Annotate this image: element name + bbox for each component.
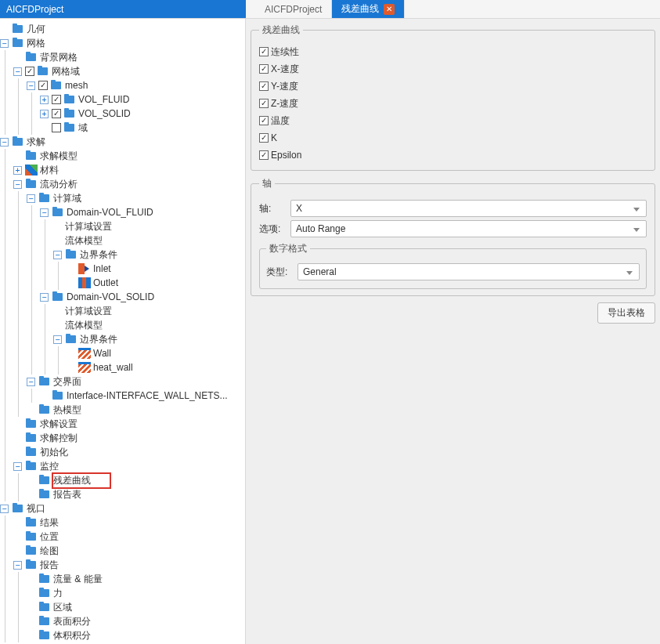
tree-node[interactable]: −Domain-VOL_FLUID: [0, 205, 245, 219]
curve-checkbox-row[interactable]: ✓X-速度: [259, 60, 647, 78]
curve-checkbox-row[interactable]: ✓连续性: [259, 43, 647, 60]
project-title-tab[interactable]: AICFDProject: [0, 0, 246, 18]
axis-dropdown[interactable]: X: [290, 200, 647, 217]
collapse-icon[interactable]: −: [13, 462, 22, 471]
type-value: General: [303, 266, 337, 277]
collapse-icon[interactable]: −: [27, 194, 35, 203]
tree-node[interactable]: −Domain-VOL_SOLID: [0, 290, 245, 304]
tab-document-1[interactable]: AICFDProject: [255, 0, 332, 18]
tree-node-label: 网格: [27, 37, 45, 50]
checkbox-icon[interactable]: ✓: [38, 81, 48, 90]
toggle-spacer: [40, 124, 49, 132]
tree-node[interactable]: 流体模型: [0, 233, 245, 248]
tree-node[interactable]: 区域: [0, 600, 245, 614]
checkbox-icon[interactable]: ✓: [259, 99, 269, 108]
tree-node[interactable]: +✓VOL_SOLID: [0, 107, 245, 121]
tree-node[interactable]: −✓网格域: [0, 64, 245, 78]
tree-node[interactable]: 求解模型: [0, 149, 245, 163]
tree-node[interactable]: +材料: [0, 163, 245, 177]
tree-node-label: 求解控制: [40, 432, 78, 445]
tree-node[interactable]: −监控: [0, 459, 245, 473]
option-dropdown[interactable]: Auto Range: [290, 220, 647, 237]
tree-node[interactable]: −边界条件: [0, 332, 245, 346]
collapse-icon[interactable]: −: [13, 561, 22, 570]
checkbox-icon[interactable]: ✓: [259, 47, 269, 56]
tree-node[interactable]: 计算域设置: [0, 219, 245, 233]
collapse-icon[interactable]: −: [0, 138, 9, 147]
tree-node[interactable]: −求解: [0, 135, 245, 149]
tree-node[interactable]: 域: [0, 121, 245, 135]
type-dropdown[interactable]: General: [298, 263, 640, 280]
tree-node[interactable]: 结果: [0, 516, 245, 530]
tree-node[interactable]: 初始化: [0, 445, 245, 459]
tree-node[interactable]: −计算域: [0, 191, 245, 205]
collapse-icon[interactable]: −: [27, 378, 35, 386]
collapse-icon[interactable]: −: [53, 335, 62, 344]
tab-residual-curve[interactable]: 残差曲线 ✕: [332, 0, 405, 18]
folder-icon: [38, 376, 51, 387]
checkbox-icon[interactable]: ✓: [259, 81, 269, 91]
folder-icon: [50, 80, 63, 91]
tree-node[interactable]: Wall: [0, 346, 245, 360]
tree-node[interactable]: Interface-INTERFACE_WALL_NETS...: [0, 389, 245, 403]
tree-node[interactable]: 流体模型: [0, 318, 245, 332]
tree-node[interactable]: 绘图: [0, 544, 245, 558]
curve-checkbox-row[interactable]: ✓Epsilon: [259, 147, 647, 164]
tree-node[interactable]: 表面积分: [0, 614, 245, 628]
checkbox-icon[interactable]: ✓: [259, 64, 269, 74]
tree-node[interactable]: −流动分析: [0, 177, 245, 191]
tree-node[interactable]: 求解控制: [0, 431, 245, 445]
checkbox-icon[interactable]: ✓: [52, 95, 61, 104]
collapse-icon[interactable]: −: [27, 81, 35, 90]
tree-node[interactable]: −报告: [0, 558, 245, 572]
curve-checkbox-row[interactable]: ✓Z-速度: [259, 95, 647, 112]
tree-node[interactable]: Outlet: [0, 276, 245, 290]
tree-node[interactable]: 背景网格: [0, 50, 245, 64]
tree-node[interactable]: +✓VOL_FLUID: [0, 92, 245, 107]
close-icon[interactable]: ✕: [384, 4, 395, 15]
tree-node-label: 流体模型: [65, 234, 103, 248]
checkbox-icon[interactable]: ✓: [259, 133, 269, 143]
curve-checkbox-row[interactable]: ✓温度: [259, 112, 647, 129]
expand-icon[interactable]: +: [40, 110, 49, 118]
toggle-spacer: [53, 223, 62, 231]
tree-node[interactable]: −✓mesh: [0, 78, 245, 92]
expand-icon[interactable]: +: [40, 96, 49, 104]
tree-node[interactable]: 求解设置: [0, 417, 245, 431]
checkbox-icon[interactable]: ✓: [25, 67, 34, 76]
tree-node[interactable]: 流量 & 能量: [0, 572, 245, 586]
collapse-icon[interactable]: −: [0, 505, 9, 513]
checkbox-icon[interactable]: ✓: [259, 116, 269, 125]
curve-checkbox-row[interactable]: ✓Y-速度: [259, 78, 647, 95]
collapse-icon[interactable]: −: [0, 39, 9, 48]
export-table-button[interactable]: 导出表格: [597, 302, 655, 324]
collapse-icon[interactable]: −: [13, 67, 22, 76]
project-tree[interactable]: 几何−网格背景网格−✓网格域−✓mesh+✓VOL_FLUID+✓VOL_SOL…: [0, 19, 246, 644]
expand-icon[interactable]: +: [13, 166, 22, 175]
tree-node[interactable]: 力: [0, 586, 245, 600]
tree-node[interactable]: heat_wall: [0, 360, 245, 374]
tree-node-label: 求解模型: [40, 150, 78, 163]
checkbox-icon[interactable]: ✓: [52, 109, 61, 118]
collapse-icon[interactable]: −: [40, 293, 49, 302]
collapse-icon[interactable]: −: [40, 208, 49, 217]
tree-node[interactable]: −视口: [0, 501, 245, 516]
tree-node[interactable]: −网格: [0, 36, 245, 50]
material-icon: [25, 165, 38, 175]
tree-node[interactable]: 几何: [0, 22, 245, 36]
tree-node[interactable]: −交界面: [0, 374, 245, 389]
tree-node[interactable]: 热模型: [0, 403, 245, 417]
collapse-icon[interactable]: −: [53, 251, 62, 259]
tree-node[interactable]: 报告表: [0, 487, 245, 501]
tree-node[interactable]: 体积积分: [0, 628, 245, 642]
checkbox-icon[interactable]: [52, 123, 61, 132]
curve-label: K: [271, 132, 277, 143]
tree-node[interactable]: 位置: [0, 530, 245, 544]
tree-node[interactable]: 残差曲线: [0, 473, 245, 487]
tree-node[interactable]: Inlet: [0, 262, 245, 276]
tree-node[interactable]: 计算域设置: [0, 304, 245, 318]
tree-node[interactable]: −边界条件: [0, 248, 245, 262]
collapse-icon[interactable]: −: [13, 180, 22, 189]
checkbox-icon[interactable]: ✓: [259, 150, 269, 160]
curve-checkbox-row[interactable]: ✓K: [259, 129, 647, 147]
